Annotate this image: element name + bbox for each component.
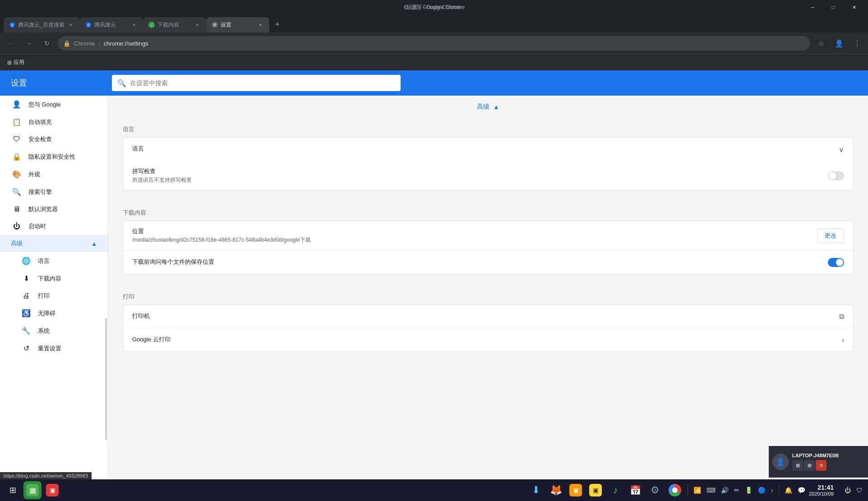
taskbar-time-area[interactable]: 21:41 2020/10/09 bbox=[809, 484, 841, 496]
advanced-chevron-icon: ▲ bbox=[493, 103, 499, 110]
spellcheck-row: 拼写检查 所选语言不支持拼写检查 bbox=[123, 161, 853, 190]
tab-title-3: 下载内容 bbox=[157, 21, 191, 29]
taskbar-icon-green[interactable]: ▦ bbox=[23, 481, 42, 499]
tab-tencent-baidu[interactable]: 云 腾讯微云_百度搜索 ✕ bbox=[4, 17, 80, 32]
tab-title-2: 腾讯微云 bbox=[94, 21, 128, 29]
taskbar-icon-yellow[interactable]: ▣ bbox=[586, 481, 605, 499]
taskbar-shield-icon[interactable]: 🛡 bbox=[854, 485, 864, 496]
forward-button[interactable]: → bbox=[22, 36, 36, 51]
location-label: 位置 bbox=[132, 227, 817, 235]
tab-tencent[interactable]: 云 腾讯微云 ✕ bbox=[80, 17, 143, 32]
window-title: ⚙ 设置 - Google Chrome bbox=[403, 4, 465, 11]
apps-label: 应用 bbox=[14, 59, 24, 66]
google-cloud-print-row[interactable]: Google 云打印 › bbox=[123, 328, 853, 352]
taskbar-icon-calendar[interactable]: 📅 bbox=[626, 481, 644, 499]
tab-close-2[interactable]: ✕ bbox=[130, 21, 138, 28]
taskbar-icon-gear[interactable]: ⚙ bbox=[646, 481, 664, 499]
notification-mini-icons: ⊞ ⊞ ✕ bbox=[792, 460, 839, 471]
spellcheck-info: 拼写检查 所选语言不支持拼写检查 bbox=[132, 167, 828, 184]
ask-before-download-info: 下载前询问每个文件的保存位置 bbox=[132, 258, 828, 267]
browser-icon: 🖥 bbox=[12, 205, 21, 213]
url-text: chrome://settings bbox=[104, 40, 148, 47]
taskbar-keyboard-icon[interactable]: ⌨ bbox=[705, 485, 717, 496]
ask-download-toggle[interactable] bbox=[828, 258, 844, 267]
close-button[interactable]: ✕ bbox=[844, 0, 864, 14]
sidebar-label-reset: 重置设置 bbox=[38, 345, 61, 353]
menu-button[interactable]: ⋮ bbox=[850, 36, 864, 51]
minimize-button[interactable]: ─ bbox=[802, 0, 823, 14]
sidebar-item-safety[interactable]: 🛡 安全检查 bbox=[0, 131, 108, 148]
sidebar-item-system[interactable]: 🔧 系统 bbox=[0, 322, 108, 340]
taskbar-pen-icon[interactable]: ✏ bbox=[732, 485, 741, 496]
sidebar-item-search[interactable]: 🔍 搜索引擎 bbox=[0, 183, 108, 201]
sidebar-item-browser[interactable]: 🖥 默认浏览器 bbox=[0, 201, 108, 218]
spellcheck-toggle[interactable] bbox=[828, 171, 844, 180]
search-icon: 🔍 bbox=[117, 79, 126, 87]
tab-close-3[interactable]: ✕ bbox=[194, 21, 201, 28]
taskbar-icon-firefox[interactable]: 🦊 bbox=[547, 481, 565, 499]
advanced-header[interactable]: 高级 ▲ bbox=[108, 96, 868, 118]
ask-before-download-label: 下载前询问每个文件的保存位置 bbox=[132, 258, 828, 266]
taskbar-icon-chrome[interactable] bbox=[666, 481, 684, 499]
taskbar-power-icon[interactable]: ⏻ bbox=[843, 485, 853, 496]
taskbar-icon-download[interactable]: ⬇ bbox=[527, 481, 545, 499]
taskbar-bluetooth-icon[interactable]: 🔵 bbox=[756, 485, 767, 496]
url-bar[interactable]: 🔒 Chrome | chrome://settings bbox=[58, 36, 810, 51]
sidebar-label-system: 系统 bbox=[38, 327, 50, 335]
taskbar-volume-icon[interactable]: 🔊 bbox=[719, 485, 730, 496]
tab-close-1[interactable]: ✕ bbox=[67, 21, 74, 28]
bookmark-apps[interactable]: ⊞ 应用 bbox=[4, 57, 28, 68]
new-tab-button[interactable]: + bbox=[271, 18, 284, 31]
maximize-button[interactable]: □ bbox=[823, 0, 844, 14]
tab-settings[interactable]: ⚙ 设置 ✕ bbox=[206, 17, 269, 32]
account-button[interactable]: 👤 bbox=[832, 36, 846, 51]
reset-icon: ↺ bbox=[22, 344, 31, 353]
language-expand-row[interactable]: 语言 ∨ bbox=[123, 138, 853, 161]
search-input[interactable] bbox=[130, 79, 395, 87]
sidebar-item-downloads[interactable]: ⬇ 下载内容 bbox=[0, 270, 108, 287]
settings-search-bar[interactable]: 🔍 bbox=[112, 75, 401, 91]
taskbar-icon-red[interactable]: ▣ bbox=[43, 481, 61, 499]
sidebar-advanced-section[interactable]: 高级 ▲ bbox=[0, 235, 108, 252]
sidebar-item-google[interactable]: 👤 您与 Google bbox=[0, 96, 108, 113]
notification-content: LAPTOP-J48M7E0B ⊞ ⊞ ✕ bbox=[792, 453, 839, 471]
sidebar-item-accessibility[interactable]: ♿ 无障碍 bbox=[0, 304, 108, 322]
sidebar-scrollbar bbox=[105, 318, 107, 440]
taskbar-icon-music[interactable]: ♪ bbox=[606, 481, 624, 499]
globe-icon: 🌐 bbox=[22, 257, 31, 265]
window-title-text: 设置 - Google Chrome bbox=[411, 4, 465, 11]
change-location-button[interactable]: 更改 bbox=[817, 229, 844, 243]
reload-button[interactable]: ↻ bbox=[40, 36, 54, 51]
sidebar-item-reset[interactable]: ↺ 重置设置 bbox=[0, 340, 108, 357]
sidebar-label-browser: 默认浏览器 bbox=[28, 205, 58, 213]
taskbar-notification-icon[interactable]: 🔔 bbox=[783, 485, 794, 496]
taskbar-battery-icon[interactable]: 🔋 bbox=[743, 485, 754, 496]
sidebar-item-language[interactable]: 🌐 语言 bbox=[0, 252, 108, 270]
palette-icon: 🎨 bbox=[12, 170, 21, 179]
taskbar-arrow-icon[interactable]: › bbox=[769, 485, 775, 496]
sidebar-item-appearance[interactable]: 🎨 外观 bbox=[0, 165, 108, 183]
sidebar-item-autofill[interactable]: 📋 自动填充 bbox=[0, 113, 108, 131]
taskbar-icon-orange[interactable]: ▣ bbox=[567, 481, 585, 499]
notif-close[interactable]: ✕ bbox=[816, 460, 826, 471]
tab-close-4[interactable]: ✕ bbox=[257, 21, 264, 28]
chrome-label: Chrome bbox=[74, 40, 95, 47]
taskbar-icon-apps[interactable]: ⊞ bbox=[4, 481, 22, 499]
url-preview-text: https://blog.csdn.net/weixin_45528983 bbox=[4, 473, 88, 478]
sidebar-label-autofill: 自动填充 bbox=[28, 118, 52, 126]
download-icon-sidebar: ⬇ bbox=[22, 274, 31, 283]
print-card: 打印机 ⧉ Google 云打印 › bbox=[123, 304, 854, 352]
sidebar-item-privacy[interactable]: 🔒 隐私设置和安全性 bbox=[0, 148, 108, 165]
tab-favicon-4: ⚙ bbox=[212, 22, 218, 28]
sidebar-advanced-chevron: ▲ bbox=[91, 240, 97, 247]
sidebar-advanced-label: 高级 bbox=[11, 239, 23, 248]
printer-row[interactable]: 打印机 ⧉ bbox=[123, 305, 853, 328]
sidebar-item-print[interactable]: 🖨 打印 bbox=[0, 287, 108, 304]
sidebar-item-startup[interactable]: ⏻ 启动时 bbox=[0, 218, 108, 235]
bookmark-button[interactable]: ☆ bbox=[814, 36, 828, 51]
taskbar-message-icon[interactable]: 💬 bbox=[796, 485, 807, 496]
print-icon: 🖨 bbox=[22, 292, 31, 300]
tab-downloads[interactable]: ↓ 下载内容 ✕ bbox=[143, 17, 206, 32]
back-button[interactable]: ← bbox=[4, 36, 18, 51]
taskbar-network-icon[interactable]: 📶 bbox=[692, 485, 703, 496]
